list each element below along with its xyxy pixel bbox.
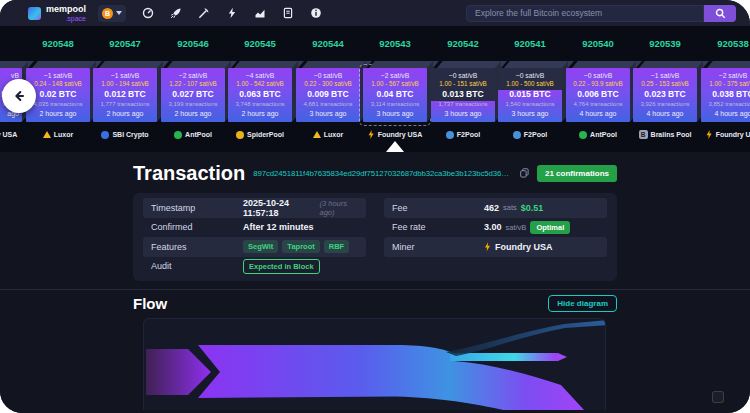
block-tx-count: 3,852 transactions: [701, 101, 750, 108]
detail-value: 3.00sat/vBOptimal: [484, 221, 570, 234]
transaction-details: Timestamp2025-10-24 11:57:18(3 hours ago…: [133, 193, 617, 281]
block-cube[interactable]: ~2 sat/vB1.22 - 107 sat/vB0.027 BTC3,199…: [161, 68, 225, 122]
pool-name: Braiins Pool: [651, 131, 692, 138]
page: mempool .space B vBsat/BTCctionsagoFound…: [0, 0, 750, 413]
block-height-link[interactable]: 920547: [86, 38, 164, 49]
block-height-link[interactable]: 920539: [626, 38, 704, 49]
miner-link[interactable]: Foundry USA: [495, 242, 553, 252]
detail-row: MinerFoundry USA: [384, 237, 607, 257]
block-tx-count: 3,114 transactions: [363, 101, 427, 108]
feature-badge: RBF: [324, 240, 349, 253]
block-height-link[interactable]: 920543: [356, 38, 434, 49]
block-tx-count: 1,737 transactions: [431, 101, 495, 108]
block-total-btc: 0.015 BTC: [498, 90, 562, 100]
block-cube[interactable]: ~1 sat/vB0.25 - 153 sat/vB0.023 BTC3,926…: [633, 68, 697, 122]
search-input[interactable]: [466, 5, 704, 22]
docs-icon[interactable]: [282, 7, 294, 19]
detail-value-unit: sats: [503, 203, 517, 212]
detail-value-main: 3.00: [484, 222, 502, 232]
block-cube[interactable]: ~4 sat/vB1.00 - 542 sat/vB0.063 BTC3,748…: [228, 68, 292, 122]
block-tx-count: 1,777 transactions: [93, 101, 157, 108]
mempool-logo-icon: [28, 7, 41, 20]
detail-value: After 12 minutes: [243, 222, 314, 232]
block-age: 2 hours ago: [161, 110, 225, 118]
logo-text-line2: .space: [46, 15, 86, 22]
block-age: 3 hours ago: [498, 110, 562, 118]
detail-label: Fee: [392, 203, 484, 213]
detail-label: Fee rate: [392, 222, 484, 232]
block-cube[interactable]: ~1 sat/vB1.00 - 194 sat/vB0.012 BTC1,777…: [93, 68, 157, 122]
mining-icon[interactable]: [198, 7, 210, 19]
block-cube[interactable]: ~2 sat/vB1.00 - 567 sat/vB0.04 BTC3,114 …: [363, 68, 427, 122]
blockchain-strip: vBsat/BTCctionsagoFoundry USA920548~1 sa…: [0, 26, 750, 152]
block-cube[interactable]: ~0 sat/vB1.00 - 151 sat/vB0.013 BTC1,737…: [431, 68, 495, 122]
graphs-icon[interactable]: [254, 7, 266, 19]
pool-name: Luxor: [54, 131, 73, 138]
search-bar: [466, 5, 736, 22]
pool-label[interactable]: Foundry USA: [693, 128, 750, 141]
block-fee-range: 1.00 - 194 sat/vB: [93, 80, 157, 87]
flow-output-top: [446, 320, 606, 356]
detail-value-usd: $0.51: [521, 203, 544, 213]
corner-overlay-icon[interactable]: [712, 391, 724, 403]
arrow-left-icon: [11, 88, 27, 104]
detail-value: Expected in Block: [243, 259, 320, 274]
block-fee-range: 1.00 - 500 sat/vB: [498, 80, 562, 87]
scroll-back-button[interactable]: [2, 79, 36, 113]
pool-antpool-icon: [174, 131, 182, 139]
flow-diagram: [143, 318, 606, 410]
pool-f2pool-icon: [446, 131, 454, 139]
block-fee-range: 1.00 - 542 sat/vB: [228, 80, 292, 87]
mempool-logo[interactable]: mempool .space: [28, 5, 86, 22]
pool-name: Foundry USA: [378, 131, 423, 138]
block-cube[interactable]: ~2 sat/vB1.00 - 375 sat/vB0.038 BTC3,852…: [701, 68, 750, 122]
block-tx-count: 3,748 transactions: [228, 101, 292, 108]
audit-badge: Expected in Block: [243, 259, 320, 274]
block-median-fee: ~0 sat/vB: [296, 72, 360, 80]
pool-antpool-icon: [579, 131, 587, 139]
confirmations-badge: 21 confirmations: [537, 165, 617, 182]
block-fee-range: 0.22 - 93.9 sat/vB: [566, 80, 630, 87]
flow-input-band: [146, 349, 211, 395]
about-icon[interactable]: [310, 7, 322, 19]
block-median-fee: ~1 sat/vB: [633, 72, 697, 80]
block-cube[interactable]: ~0 sat/vB1.00 - 500 sat/vB0.015 BTC1,540…: [498, 68, 562, 122]
network-selector[interactable]: B: [98, 5, 126, 22]
dashboard-icon[interactable]: [142, 7, 154, 19]
accelerator-icon[interactable]: [170, 7, 182, 19]
copy-icon[interactable]: [520, 168, 529, 178]
block-age: 2 hours ago: [93, 110, 157, 118]
sankey-flow-graphic: [144, 319, 606, 410]
pool-name: F2Pool: [524, 131, 547, 138]
block-total-btc: 0.038 BTC: [701, 90, 750, 100]
details-left-column: Timestamp2025-10-24 11:57:18(3 hours ago…: [143, 198, 366, 276]
detail-value-main: 2025-10-24 11:57:18: [243, 198, 316, 218]
detail-row: AuditExpected in Block: [143, 257, 366, 277]
pool-name: AntPool: [590, 131, 617, 138]
search-button[interactable]: [704, 5, 736, 22]
block-height-link[interactable]: 920541: [491, 38, 569, 49]
lightning-icon[interactable]: [226, 7, 238, 19]
block-height-link[interactable]: 920545: [221, 38, 299, 49]
block-total-btc: 0.006 BTC: [566, 90, 630, 100]
block-tx-count: 4,764 transactions: [566, 101, 630, 108]
detail-row: Fee rate3.00sat/vBOptimal: [384, 218, 607, 238]
block-fee-range: 0.24 - 148 sat/vB: [26, 80, 90, 87]
pool-name: SpiderPool: [247, 131, 284, 138]
block-age: 2 hours ago: [228, 110, 292, 118]
block-age: 3 hours ago: [363, 110, 427, 118]
logo-text-line1: mempool: [46, 5, 86, 14]
txid-link[interactable]: 897cd2451811f4b7635834ed29df75127032687d…: [253, 169, 512, 178]
block-median-fee: ~0 sat/vB: [498, 72, 562, 80]
details-right-column: Fee462sats$0.51Fee rate3.00sat/vBOptimal…: [384, 198, 607, 257]
hide-diagram-button[interactable]: Hide diagram: [548, 295, 617, 312]
block-median-fee: ~2 sat/vB: [701, 72, 750, 80]
block-cube[interactable]: ~0 sat/vB0.22 - 300 sat/vB0.009 BTC4,681…: [296, 68, 360, 122]
block-median-fee: ~0 sat/vB: [431, 72, 495, 80]
block-tx-count: 4,035 transactions: [26, 101, 90, 108]
block-height-link[interactable]: 920538: [694, 38, 750, 49]
block-total-btc: 0.023 BTC: [633, 90, 697, 100]
detail-row: Fee462sats$0.51: [384, 198, 607, 218]
block-cube[interactable]: ~0 sat/vB0.22 - 93.9 sat/vB0.006 BTC4,76…: [566, 68, 630, 122]
flow-header: Flow Hide diagram: [133, 295, 617, 312]
